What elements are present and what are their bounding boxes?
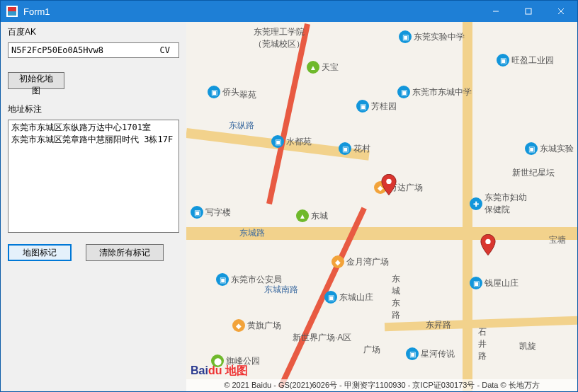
poi: 新世界广场·A区	[293, 332, 351, 344]
map-marker[interactable]	[381, 174, 397, 195]
poi: ▣写字楼	[191, 206, 231, 219]
poi: ▣芳桂园	[356, 100, 397, 113]
poi: 东昇路	[426, 319, 451, 331]
address-label: 地址标注	[8, 103, 179, 115]
poi: ▣东城山庄	[324, 291, 373, 304]
poi: ◆黄旗广场	[232, 319, 281, 332]
map-marker[interactable]	[480, 234, 496, 255]
poi: 石 井 路	[478, 326, 487, 362]
road-label: 东城南路	[264, 284, 298, 296]
poi: ▣东城实验	[525, 142, 574, 155]
baidu-logo: Baidu 地图	[191, 364, 248, 379]
poi: 凯旋	[519, 340, 536, 352]
poi: 东 城 东 路	[392, 273, 400, 321]
svg-rect-1	[526, 8, 531, 14]
svg-point-4	[386, 179, 391, 184]
maximize-button[interactable]	[512, 1, 545, 22]
clear-markers-button[interactable]: 清除所有标记	[86, 244, 164, 261]
poi: ▣水都苑	[271, 135, 312, 148]
poi: ▣星河传说	[406, 347, 455, 360]
ak-input[interactable]	[8, 42, 179, 58]
mark-map-button[interactable]: 地图标记	[8, 244, 72, 261]
window-buttons	[480, 1, 577, 22]
poi: ✚东莞市妇幼 保健院	[470, 192, 527, 216]
minimize-button[interactable]	[480, 1, 512, 22]
address-textarea[interactable]: 东莞市东城区东纵路万达中心1701室 东莞市东城区莞章路中慧丽阳时代 3栋17F	[8, 120, 179, 233]
poi: 广场	[363, 344, 380, 356]
window-title: Form1	[23, 6, 480, 17]
poi: ▣侨头	[208, 86, 239, 98]
poi: ◆金月湾广场	[332, 255, 389, 268]
poi: ▣旺盈工业园	[497, 54, 554, 67]
svg-point-5	[485, 239, 490, 244]
poi: ▣花村	[339, 142, 370, 155]
poi: 翠苑	[239, 89, 256, 101]
titlebar: Form1	[1, 1, 577, 22]
poi: ▣钱屋山庄	[470, 277, 518, 289]
close-button[interactable]	[545, 1, 577, 22]
poi: ▣东莞市东城中学	[397, 86, 472, 98]
poi: ▲天宝	[307, 61, 339, 74]
app-icon	[6, 6, 18, 17]
road-label: 东城路	[239, 227, 265, 239]
poi: 新世纪星坛	[512, 167, 555, 179]
poi: 东莞理工学院 （莞城校区）	[254, 26, 305, 50]
poi: 宝塘	[549, 234, 566, 246]
init-map-button[interactable]: 初始化地图	[8, 72, 64, 89]
road-label: 东纵路	[229, 120, 254, 132]
map[interactable]: 东莞理工学院 （莞城校区） ▣东莞实验中学 ▣旺盈工业园 ▲天宝 ▣侨头 翠苑 …	[186, 22, 577, 391]
ak-label: 百度AK	[8, 26, 179, 38]
map-copyright: © 2021 Baidu - GS(2021)6026号 - 甲测资字11009…	[186, 379, 577, 391]
poi: ▲东城	[296, 209, 328, 222]
poi: ▣东莞实验中学	[399, 30, 465, 43]
left-panel: 百度AK 初始化地图 地址标注 东莞市东城区东纵路万达中心1701室 东莞市东城…	[1, 22, 186, 391]
